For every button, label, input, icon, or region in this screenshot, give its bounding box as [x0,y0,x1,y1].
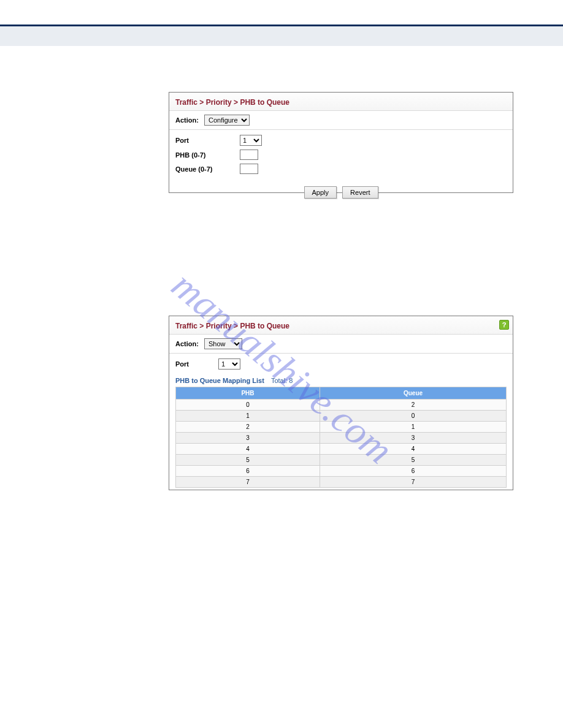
port-label: Port [175,137,240,144]
action-row-show: Action: Show [169,335,513,354]
cell-phb: 0 [176,400,320,411]
table-row: 66 [176,466,507,477]
port-select-show[interactable]: 1 [218,358,240,370]
table-row: 77 [176,477,507,488]
phb-queue-table: PHB Queue 0210213344556677 [175,387,507,488]
queue-input[interactable] [240,164,258,174]
port-select[interactable]: 1 [240,135,262,146]
port-label: Port [175,360,218,368]
action-select-configure[interactable]: Configure [204,115,250,126]
queue-row: Queue (0-7) [175,164,507,174]
table-row: 10 [176,411,507,422]
table-row: 21 [176,422,507,433]
breadcrumb: Traffic > Priority > PHB to Queue ? [169,316,513,335]
phb-row: PHB (0-7) [175,150,507,160]
cell-phb: 6 [176,466,320,477]
cell-queue: 2 [320,400,507,411]
cell-phb: 1 [176,411,320,422]
mapping-list-label: PHB to Queue Mapping List Total: 8 [169,373,513,387]
action-label: Action: [175,116,199,124]
breadcrumb-text: Traffic > Priority > PHB to Queue [175,322,289,330]
phb-label: PHB (0-7) [175,151,240,159]
mapping-list-total: Total: 8 [271,377,293,384]
cell-phb: 5 [176,455,320,466]
col-phb: PHB [176,387,320,400]
apply-button[interactable]: Apply [304,186,337,199]
phb-input[interactable] [240,150,258,160]
cell-phb: 4 [176,444,320,455]
action-label: Action: [175,340,199,347]
cell-queue: 4 [320,444,507,455]
port-row-show: Port 1 [175,358,507,370]
cell-phb: 7 [176,477,320,488]
table-row: 33 [176,433,507,444]
help-icon[interactable]: ? [499,320,509,330]
port-row: Port 1 [175,135,507,146]
cell-queue: 5 [320,455,507,466]
cell-phb: 3 [176,433,320,444]
table-row: 55 [176,455,507,466]
configure-form: Port 1 PHB (0-7) Queue (0-7) [169,130,513,183]
revert-button[interactable]: Revert [342,186,378,199]
cell-phb: 2 [176,422,320,433]
mapping-list-title: PHB to Queue Mapping List [175,377,264,384]
action-row-configure: Action: Configure [169,111,513,130]
breadcrumb: Traffic > Priority > PHB to Queue [169,93,513,111]
table-row: 02 [176,400,507,411]
cell-queue: 6 [320,466,507,477]
cell-queue: 1 [320,422,507,433]
table-header-row: PHB Queue [176,387,507,400]
cell-queue: 3 [320,433,507,444]
phb-show-panel: Traffic > Priority > PHB to Queue ? Acti… [169,316,513,490]
cell-queue: 7 [320,477,507,488]
page-header-band [0,26,563,46]
queue-label: Queue (0-7) [175,165,240,173]
cell-queue: 0 [320,411,507,422]
button-row: Apply Revert [169,183,513,205]
col-queue: Queue [320,387,507,400]
action-select-show[interactable]: Show [204,338,242,349]
table-row: 44 [176,444,507,455]
show-form: Port 1 [169,354,513,370]
phb-configure-panel: Traffic > Priority > PHB to Queue Action… [169,92,513,193]
